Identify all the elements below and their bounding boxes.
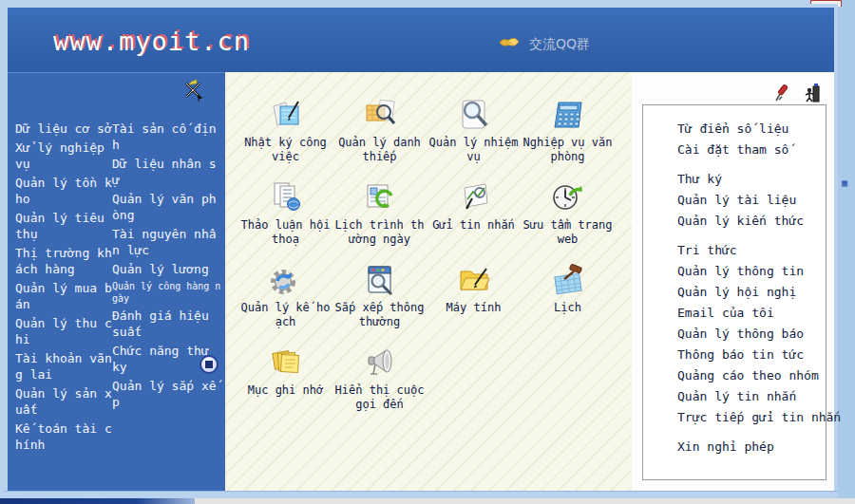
stop-square-glyph bbox=[205, 361, 213, 368]
menu-item-thu-ky[interactable]: Thư ký bbox=[677, 169, 826, 190]
desktop-item-incoming-call[interactable]: Hiển thị cuộc gọi đến bbox=[332, 345, 427, 427]
right-menu: Từ điển số liệu Cài đặt tham số Thư ký Q… bbox=[642, 104, 826, 480]
sidebar-item-du-lieu-co-so[interactable]: Dữ liệu cơ sở bbox=[15, 121, 112, 137]
desktop-item-schedule[interactable]: Lịch trình thường ngày bbox=[332, 179, 427, 262]
sidebar-item-quan-ly-sap-xep[interactable]: Quản lý sắp xếp bbox=[112, 378, 222, 410]
desktop-item-label: Sắp xếp thông thường bbox=[335, 301, 425, 329]
desktop-item-memo[interactable]: Mục ghi nhớ bbox=[238, 345, 332, 427]
menu-item-quan-ly-kien-thuc[interactable]: Quản lý kiến thức bbox=[677, 211, 826, 232]
desktop-item-label: Quản lý danh thiếp bbox=[335, 136, 425, 164]
right-menu-group-secretary: Thư ký Quản lý tài liệu Quản lý kiến thứ… bbox=[677, 169, 826, 232]
menu-item-truc-tiep-gui-tin-nhan[interactable]: Trực tiếp gửi tin nhắn bbox=[677, 407, 826, 428]
desktop-item-label: Nhật ký công việc bbox=[241, 136, 331, 164]
desktop-item-work-diary[interactable]: Nhật ký công việc bbox=[238, 97, 332, 179]
window-body: Dữ liệu cơ sở Xử lý nghiệp vụ Quản lý tồ… bbox=[8, 72, 834, 491]
menu-item-tu-dien-so-lieu[interactable]: Từ điển số liệu bbox=[677, 119, 826, 140]
memo-notes-icon bbox=[267, 345, 305, 381]
round-stop-button[interactable] bbox=[200, 355, 218, 374]
desktop-item-label: Hiển thị cuộc gọi đến bbox=[335, 383, 425, 412]
calendar-gavel-icon bbox=[549, 262, 587, 298]
calculator-icon bbox=[549, 97, 587, 133]
menu-item-tri-thuc[interactable]: Tri thức bbox=[677, 240, 826, 261]
daily-schedule-icon bbox=[361, 179, 399, 215]
desktop-item-tasks[interactable]: Quản lý nhiệm vụ bbox=[427, 97, 521, 179]
background-window-strip bbox=[838, 0, 855, 504]
window-search-icon bbox=[361, 262, 399, 298]
sidebar-item-tai-khoan-vang-lai[interactable]: Tài khoản vãng lai bbox=[15, 350, 112, 383]
sidebar-item-thi-truong-khach-hang[interactable]: Thị trường khách hàng bbox=[15, 245, 112, 277]
desktop-item-plan[interactable]: Quản lý kế hoạch bbox=[238, 262, 332, 345]
sidebar: Dữ liệu cơ sở Xử lý nghiệp vụ Quản lý tồ… bbox=[8, 72, 225, 492]
megaphone-icon bbox=[361, 345, 399, 381]
desktop-item-label: Gửi tin nhắn bbox=[429, 218, 519, 233]
menu-item-cai-dat-tham-so[interactable]: Cài đặt tham số bbox=[677, 140, 826, 160]
web-collect-clock-icon bbox=[549, 179, 587, 215]
sidebar-item-ke-toan-tai-chinh[interactable]: Kế toán tài chính bbox=[15, 420, 112, 453]
desktop-item-office-calc[interactable]: Nghiệp vụ văn phòng bbox=[521, 97, 615, 179]
menu-item-quan-ly-thong-tin[interactable]: Quản lý thông tin bbox=[677, 261, 826, 282]
desktop-item-label: Thảo luận hội thoạ bbox=[241, 218, 331, 247]
right-menu-group-settings: Từ điển số liệu Cài đặt tham số bbox=[677, 119, 826, 160]
desktop-item-business-cards[interactable]: Quản lý danh thiếp bbox=[332, 97, 427, 179]
plan-gear-icon bbox=[267, 262, 305, 298]
desktop-item-calendar[interactable]: Lịch bbox=[521, 262, 615, 345]
right-menu-group-knowledge: Tri thức Quản lý thông tin Quản lý hội n… bbox=[677, 240, 826, 428]
toolbar bbox=[774, 84, 821, 103]
menu-item-xin-nghi-phep[interactable]: Xin nghỉ phép bbox=[677, 437, 826, 457]
work-diary-icon bbox=[267, 97, 305, 133]
taskbar bbox=[0, 498, 855, 504]
menu-item-quan-ly-hoi-nghi[interactable]: Quản lý hội nghị bbox=[677, 282, 826, 303]
background-window-icon: ▦ bbox=[842, 177, 853, 190]
sidebar-item-tai-san-co-dinh[interactable]: Tài sản cố định bbox=[112, 121, 222, 153]
desktop-item-label: Sưu tầm trang web bbox=[523, 218, 613, 247]
logout-door-icon[interactable] bbox=[804, 84, 821, 103]
right-menu-group-leave: Xin nghỉ phép bbox=[677, 437, 826, 457]
desktop-item-send-message[interactable]: Gửi tin nhắn bbox=[427, 179, 521, 262]
sidebar-item-quan-ly-thu-chi[interactable]: Quản lý thu chi bbox=[15, 315, 112, 347]
desktop-item-label: Lịch trình thường ngày bbox=[335, 218, 425, 247]
sidebar-item-quan-ly-san-xuat[interactable]: Quản lý sản xuất bbox=[15, 385, 112, 418]
desktop-item-label: Quản lý kế hoạch bbox=[241, 301, 331, 329]
menu-item-quan-ly-tin-nhan[interactable]: Quản lý tin nhắn bbox=[677, 386, 826, 407]
sidebar-item-tai-nguyen-nhan-luc[interactable]: Tài nguyên nhân lực bbox=[112, 226, 222, 258]
sidebar-item-quan-ly-cong-hang-ngay[interactable]: Quản lý công hàng ngày bbox=[112, 280, 222, 305]
desktop-item-computer[interactable]: Máy tính bbox=[427, 262, 521, 345]
qq-group-link[interactable]: 交流QQ群 bbox=[498, 34, 590, 54]
desktop-item-label: Quản lý nhiệm vụ bbox=[429, 136, 519, 164]
menu-item-quang-cao-theo-nhom[interactable]: Quảng cáo theo nhóm bbox=[677, 365, 826, 386]
window-header: www.myoit.cn 交流QQ群 bbox=[8, 8, 834, 72]
taskbar-left-segment bbox=[0, 498, 195, 504]
sidebar-item-quan-ly-luong[interactable]: Quản lý lương bbox=[112, 261, 222, 277]
menu-item-thong-bao-tin-tuc[interactable]: Thông báo tin tức bbox=[677, 345, 826, 365]
sidebar-item-xu-ly-nghiep-vu[interactable]: Xử lý nghiệp vụ bbox=[15, 140, 112, 172]
task-search-icon bbox=[455, 97, 493, 133]
discussion-docs-icon bbox=[267, 179, 305, 215]
desktop-item-label: Máy tính bbox=[429, 301, 519, 315]
right-pane: Từ điển số liệu Cài đặt tham số Thư ký Q… bbox=[632, 72, 834, 491]
sidebar-item-quan-ly-tieu-thu[interactable]: Quản lý tiêu thụ bbox=[15, 210, 112, 242]
desktop-item-sort[interactable]: Sắp xếp thông thường bbox=[332, 262, 427, 345]
site-title: www.myoit.cn bbox=[53, 27, 250, 56]
main-window: www.myoit.cn 交流QQ群 Dữ liệu cơ sở Xử lý n… bbox=[4, 4, 838, 498]
send-message-chart-icon bbox=[455, 179, 493, 215]
sidebar-item-quan-ly-mua-ban[interactable]: Quản lý mua bán bbox=[15, 280, 112, 312]
menu-item-quan-ly-tai-lieu[interactable]: Quản lý tài liệu bbox=[677, 190, 826, 211]
qq-group-label: 交流QQ群 bbox=[529, 36, 590, 53]
sidebar-item-du-lieu-nhan-su[interactable]: Dữ liệu nhân sự bbox=[112, 156, 222, 188]
handshake-icon bbox=[498, 34, 521, 54]
repair-tool-icon[interactable] bbox=[774, 84, 791, 103]
business-card-search-icon bbox=[361, 97, 399, 133]
sidebar-item-quan-ly-van-phong[interactable]: Quản lý văn phòng bbox=[112, 191, 222, 223]
desktop-item-label: Nghiệp vụ văn phòng bbox=[523, 136, 613, 164]
desktop-area: Nhật ký công việc Quản l bbox=[225, 72, 632, 491]
menu-item-email-cua-toi[interactable]: Email của tôi bbox=[677, 303, 826, 324]
desktop-item-discussion[interactable]: Thảo luận hội thoạ bbox=[238, 179, 332, 262]
desktop-item-label: Mục ghi nhớ bbox=[241, 383, 331, 398]
sidebar-item-danh-gia-hieu-suat[interactable]: Đánh giá hiệu suất bbox=[112, 308, 222, 340]
desktop-item-label: Lịch bbox=[523, 301, 613, 315]
menu-item-quan-ly-thong-bao[interactable]: Quản lý thông báo bbox=[677, 324, 826, 345]
desktop-icon-grid: Nhật ký công việc Quản l bbox=[238, 97, 620, 427]
sidebar-column-1: Dữ liệu cơ sở Xử lý nghiệp vụ Quản lý tồ… bbox=[15, 121, 112, 453]
desktop-item-web-collect[interactable]: Sưu tầm trang web bbox=[521, 179, 615, 262]
sidebar-item-quan-ly-ton-kho[interactable]: Quản lý tồn kho bbox=[15, 175, 112, 207]
